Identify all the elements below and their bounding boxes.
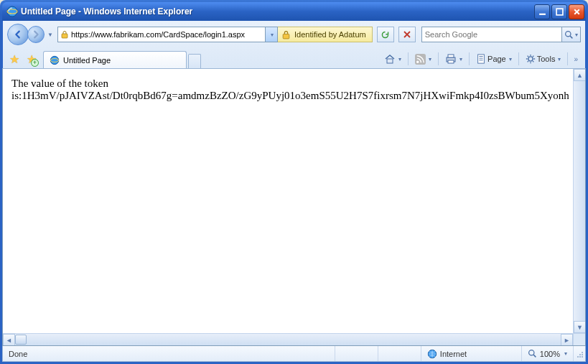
ie-logo-icon	[6, 6, 18, 17]
command-bar: ▾ ▾ ▾ Page▾ Tools▾	[381, 51, 581, 67]
status-pane-empty-1	[335, 346, 378, 361]
rss-icon	[415, 54, 426, 65]
status-text: Done	[3, 346, 335, 361]
home-icon	[384, 53, 396, 65]
lock-icon	[281, 30, 291, 39]
svg-rect-3	[556, 9, 563, 15]
svg-point-21	[577, 356, 579, 358]
favorites-button[interactable]: ★	[7, 52, 22, 66]
resize-grip[interactable]	[574, 348, 585, 360]
maximize-button[interactable]	[551, 4, 567, 19]
scroll-up-button[interactable]: ▲	[574, 69, 586, 81]
chevron-down-icon: ▾	[564, 350, 567, 357]
gear-icon	[526, 54, 536, 64]
page-body: The value of the token is:1H3mV/pJAIVZAs…	[3, 69, 585, 345]
search-input[interactable]	[421, 27, 562, 42]
scroll-corner	[573, 333, 585, 345]
svg-rect-5	[283, 34, 289, 39]
svg-rect-10	[415, 54, 426, 65]
content-area: The value of the token is:1H3mV/pJAIVZAs…	[2, 68, 586, 346]
home-button[interactable]: ▾	[381, 51, 405, 67]
ie-page-icon	[50, 55, 60, 65]
star-plus-icon: ★	[27, 52, 37, 66]
tools-menu-label: Tools	[537, 55, 556, 63]
status-pane-empty-2	[378, 346, 421, 361]
svg-point-24	[582, 352, 583, 353]
stop-button[interactable]	[398, 27, 416, 42]
back-button[interactable]	[7, 24, 29, 45]
svg-rect-9	[387, 59, 393, 63]
refresh-button[interactable]	[377, 27, 394, 42]
vertical-scrollbar[interactable]: ▲ ▼	[573, 69, 585, 333]
page-menu-button[interactable]: Page▾	[472, 51, 515, 67]
scroll-right-button[interactable]: ►	[561, 334, 573, 346]
horizontal-scrollbar[interactable]: ◄ ►	[3, 333, 573, 345]
svg-rect-15	[478, 55, 485, 63]
status-bar: Done Internet 100% ▾	[2, 346, 586, 362]
printer-icon	[445, 53, 457, 65]
title-bar[interactable]: Untitled Page - Windows Internet Explore…	[2, 2, 586, 21]
horizontal-scroll-thumb[interactable]	[15, 335, 27, 345]
zoom-control[interactable]: 100% ▾	[522, 346, 574, 361]
svg-point-6	[566, 31, 571, 36]
window-title: Untitled Page - Windows Internet Explore…	[21, 6, 534, 17]
svg-point-23	[579, 354, 581, 355]
search-group: ▾	[421, 27, 581, 42]
close-button[interactable]	[569, 4, 584, 19]
svg-point-16	[528, 57, 533, 61]
svg-point-18	[528, 350, 533, 355]
print-button[interactable]: ▾	[442, 51, 466, 67]
star-icon: ★	[9, 52, 19, 66]
tab-title: Untitled Page	[63, 56, 111, 65]
svg-point-22	[582, 354, 583, 355]
svg-rect-13	[448, 55, 454, 57]
tab-active[interactable]: Untitled Page	[43, 51, 187, 68]
toolbar-overflow-button[interactable]: »	[571, 55, 581, 63]
browser-window: Untitled Page - Windows Internet Explore…	[0, 0, 588, 364]
svg-rect-2	[539, 13, 546, 14]
scroll-down-button[interactable]: ▼	[574, 321, 586, 333]
address-url: https://www.fabrikam.com/CardSpace/login…	[71, 30, 263, 39]
svg-rect-14	[448, 60, 454, 63]
page-icon	[476, 54, 486, 64]
lock-icon	[60, 30, 69, 39]
forward-button[interactable]	[27, 26, 45, 43]
security-zone[interactable]: Internet	[421, 346, 522, 361]
internet-zone-icon	[427, 349, 437, 359]
svg-point-11	[416, 60, 419, 62]
svg-point-19	[582, 356, 583, 358]
svg-point-20	[579, 356, 581, 358]
identity-indicator[interactable]: Identified by Adatum	[278, 27, 373, 42]
identity-label: Identified by Adatum	[294, 30, 366, 39]
feeds-button[interactable]: ▾	[411, 51, 435, 67]
tab-row: ★ ★ Untitled Page ▾ ▾	[3, 48, 585, 68]
minimize-button[interactable]	[534, 4, 550, 19]
svg-point-7	[50, 56, 58, 64]
search-button[interactable]: ▾	[562, 27, 581, 42]
address-bar[interactable]: https://www.fabrikam.com/CardSpace/login…	[57, 27, 266, 42]
browser-chrome: ▼ https://www.fabrikam.com/CardSpace/log…	[2, 21, 586, 68]
magnifier-icon	[528, 349, 537, 358]
scroll-left-button[interactable]: ◄	[3, 334, 15, 346]
navigation-row: ▼ https://www.fabrikam.com/CardSpace/log…	[3, 21, 585, 48]
tools-menu-button[interactable]: Tools▾	[522, 51, 565, 67]
zoom-value: 100%	[540, 350, 560, 358]
new-tab-button[interactable]	[188, 54, 201, 68]
body-line-2: is:1H3mV/pJAIVZAst/Dt0rqbBd67g=amdmzBzZO…	[11, 90, 577, 102]
svg-rect-4	[62, 34, 67, 38]
magnifier-icon	[564, 30, 574, 39]
nav-history-dropdown[interactable]: ▼	[45, 26, 55, 43]
address-group: https://www.fabrikam.com/CardSpace/login…	[57, 27, 373, 42]
security-zone-label: Internet	[440, 350, 467, 358]
address-dropdown[interactable]: ▾	[266, 27, 278, 42]
add-favorites-button[interactable]: ★	[24, 52, 39, 66]
page-menu-label: Page	[487, 55, 506, 63]
body-line-1: The value of the token	[11, 78, 577, 90]
